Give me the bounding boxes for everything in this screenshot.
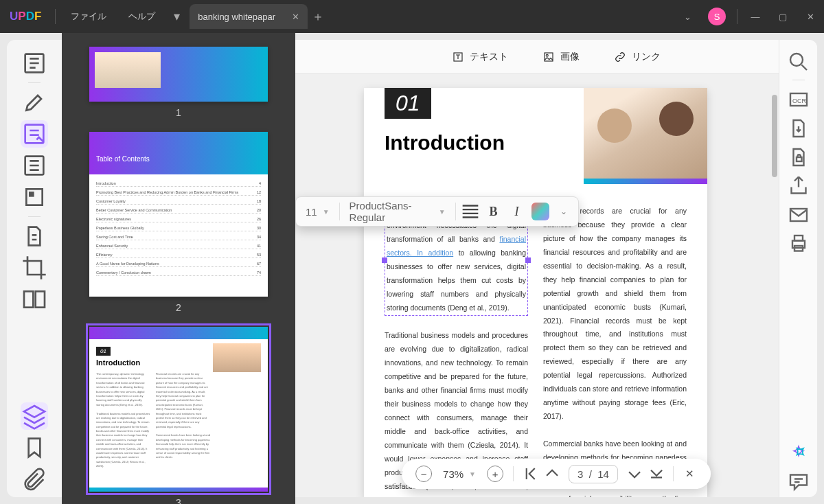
selection-handle-left[interactable] xyxy=(382,257,387,263)
toc-heading: Table of Contents xyxy=(89,132,268,174)
text-tool[interactable]: テキスト xyxy=(452,51,508,63)
document-viewport[interactable]: 01 Introduction The contemporary, dynami… xyxy=(295,74,776,497)
compare-tool-icon[interactable] xyxy=(21,286,48,313)
svg-rect-6 xyxy=(36,291,45,307)
scrollbar-thumb[interactable] xyxy=(772,95,777,177)
page-controls: − 73%▼ + 3 / 14 ✕ xyxy=(402,459,711,489)
search-icon[interactable] xyxy=(786,49,811,74)
export-icon[interactable] xyxy=(786,116,811,141)
font-family-select[interactable]: ProductSans-Regular▼ xyxy=(343,200,453,223)
next-page-button[interactable] xyxy=(623,463,645,485)
svg-point-10 xyxy=(790,54,803,66)
align-button[interactable] xyxy=(459,200,482,223)
edit-tool-icon[interactable] xyxy=(21,120,48,148)
text-color-button[interactable] xyxy=(529,200,552,223)
close-controls-button[interactable]: ✕ xyxy=(679,463,701,485)
right-toolbar: OCR xyxy=(779,40,817,497)
form-tool-icon[interactable] xyxy=(21,183,48,211)
edit-toolbar: テキスト 画像 リンク xyxy=(295,40,817,74)
main-area: テキスト 画像 リンク 01 Introduction xyxy=(295,40,817,497)
italic-button[interactable]: I xyxy=(505,200,529,223)
chevron-down-icon[interactable]: ⌄ xyxy=(674,12,701,22)
maximize-button[interactable]: ▢ xyxy=(769,12,797,22)
link-tool[interactable]: リンク xyxy=(614,51,661,63)
highlighter-tool-icon[interactable] xyxy=(21,89,48,116)
ocr-icon[interactable]: OCR xyxy=(786,87,811,112)
organize-tool-icon[interactable] xyxy=(21,222,48,250)
svg-text:OCR: OCR xyxy=(792,98,807,104)
first-page-button[interactable] xyxy=(519,463,541,485)
user-avatar[interactable]: S xyxy=(708,8,726,25)
menu-file[interactable]: ファイル xyxy=(60,10,117,23)
selection-handle-right[interactable] xyxy=(525,257,531,263)
text-format-toolbar: 11▼ ProductSans-Regular▼ B I ⌄ xyxy=(295,196,579,227)
page-title: Introduction xyxy=(385,131,505,154)
thumbnail-number: 1 xyxy=(89,107,268,118)
thumbnail-panel: 1 Table of Contents Introduction4Promoti… xyxy=(62,33,295,504)
left-toolbar xyxy=(7,40,62,497)
svg-point-9 xyxy=(546,54,548,56)
attachment-icon[interactable] xyxy=(21,466,48,493)
email-icon[interactable] xyxy=(786,203,811,227)
close-button[interactable]: ✕ xyxy=(797,12,824,22)
crop-tool-icon[interactable] xyxy=(21,254,48,282)
app-logo: UPDF xyxy=(0,10,51,23)
menu-help[interactable]: ヘルプ xyxy=(117,10,166,23)
thumbnail-number: 2 xyxy=(89,302,268,313)
more-formatting-icon[interactable]: ⌄ xyxy=(552,200,575,223)
new-tab-button[interactable]: ＋ xyxy=(308,8,328,25)
svg-rect-5 xyxy=(24,291,33,307)
last-page-button[interactable] xyxy=(645,463,667,485)
thumbnail-number: 3 xyxy=(89,497,268,504)
bookmark-icon[interactable] xyxy=(21,434,48,461)
svg-rect-16 xyxy=(794,236,803,241)
chapter-badge: 01 xyxy=(385,88,431,119)
reader-tool-icon[interactable] xyxy=(21,49,48,77)
svg-rect-13 xyxy=(797,157,802,161)
page: 01 Introduction The contemporary, dynami… xyxy=(364,88,707,497)
tab-title: banking whitepapar xyxy=(198,12,275,22)
prev-page-button[interactable] xyxy=(541,463,563,485)
zoom-out-button[interactable]: − xyxy=(415,466,432,482)
page-indicator[interactable]: 3 / 14 xyxy=(569,465,618,483)
page-tool-icon[interactable] xyxy=(21,152,48,179)
svg-rect-4 xyxy=(30,192,33,196)
thumbnail-page-2[interactable]: Table of Contents Introduction4Promoting… xyxy=(89,132,268,297)
font-size-select[interactable]: 11▼ xyxy=(299,200,336,223)
zoom-in-button[interactable]: + xyxy=(487,466,503,482)
image-tool[interactable]: 画像 xyxy=(542,51,580,63)
comment-icon[interactable] xyxy=(786,470,811,494)
document-tab[interactable]: banking whitepapar ✕ xyxy=(190,4,308,29)
print-icon[interactable] xyxy=(786,231,811,256)
titlebar: UPDF ファイル ヘルプ ▾ banking whitepapar ✕ ＋ ⌄… xyxy=(0,0,824,33)
separator xyxy=(55,9,56,24)
layers-icon[interactable] xyxy=(21,402,48,430)
separator xyxy=(737,9,737,24)
tab-prev-icon[interactable]: ▾ xyxy=(166,9,187,24)
scrollbar-track[interactable] xyxy=(772,81,777,449)
minimize-button[interactable]: — xyxy=(742,12,769,22)
page-hero-image xyxy=(584,88,707,184)
thumbnail-page-3[interactable]: 01 Introduction The contemporary, dynami… xyxy=(89,327,268,492)
bold-button[interactable]: B xyxy=(482,200,505,223)
svg-rect-3 xyxy=(26,189,42,205)
zoom-level[interactable]: 73%▼ xyxy=(436,468,483,480)
ai-assistant-icon[interactable] xyxy=(786,441,811,466)
share-icon[interactable] xyxy=(786,174,811,198)
protect-icon[interactable] xyxy=(786,145,811,170)
tab-close-icon[interactable]: ✕ xyxy=(292,12,299,22)
body-text: Financial records are crucial for any bu… xyxy=(543,205,687,424)
svg-rect-8 xyxy=(545,53,553,61)
thumbnail-page-1[interactable] xyxy=(89,47,268,102)
